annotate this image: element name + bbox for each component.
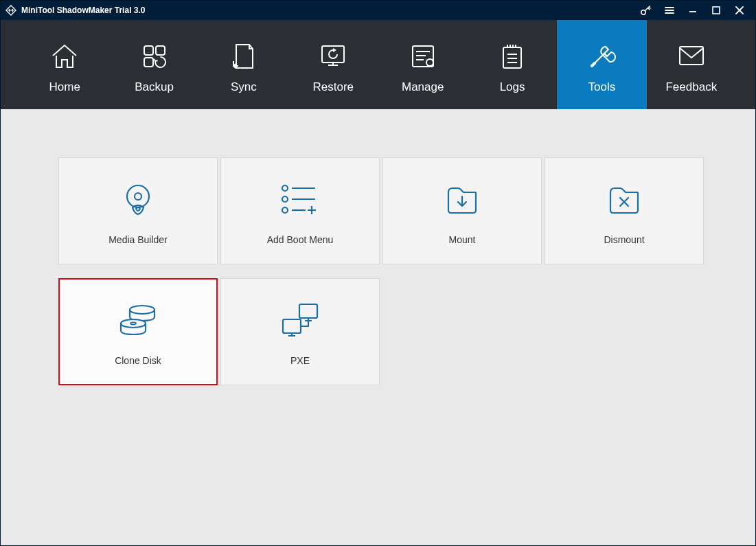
svg-rect-1 bbox=[713, 7, 720, 14]
pxe-icon bbox=[279, 297, 321, 343]
svg-point-12 bbox=[282, 185, 288, 191]
svg-point-15 bbox=[130, 306, 154, 314]
tile-label: Dismount bbox=[604, 234, 644, 245]
title-bar: MiniTool ShadowMaker Trial 3.0 bbox=[1, 1, 755, 20]
manage-icon bbox=[409, 41, 437, 72]
tile-label: PXE bbox=[290, 355, 310, 366]
tile-media-builder[interactable]: Media Builder bbox=[58, 157, 218, 264]
tile-pxe[interactable]: PXE bbox=[220, 278, 380, 385]
svg-rect-9 bbox=[680, 47, 703, 65]
backup-icon bbox=[140, 41, 169, 72]
svg-rect-4 bbox=[144, 58, 153, 67]
add-boot-menu-icon bbox=[278, 177, 322, 222]
svg-rect-2 bbox=[144, 46, 153, 55]
logs-icon bbox=[500, 41, 525, 72]
home-icon bbox=[50, 41, 79, 72]
svg-rect-18 bbox=[299, 304, 317, 318]
nav-label: Feedback bbox=[665, 80, 717, 94]
minimize-button[interactable] bbox=[681, 1, 705, 20]
nav-label: Backup bbox=[135, 80, 174, 94]
nav-backup[interactable]: Backup bbox=[109, 20, 198, 109]
tools-grid: Media Builder bbox=[58, 157, 704, 385]
svg-point-16 bbox=[121, 319, 146, 328]
svg-point-11 bbox=[135, 193, 141, 200]
nav-label: Tools bbox=[588, 80, 616, 94]
key-icon[interactable] bbox=[634, 1, 658, 20]
tile-mount[interactable]: Mount bbox=[382, 157, 542, 264]
clone-disk-icon bbox=[117, 297, 159, 343]
nav-home[interactable]: Home bbox=[20, 20, 109, 109]
app-logo-icon bbox=[5, 4, 17, 16]
tools-icon bbox=[586, 41, 617, 72]
svg-rect-3 bbox=[156, 46, 165, 55]
svg-rect-19 bbox=[283, 319, 301, 333]
tile-add-boot-menu[interactable]: Add Boot Menu bbox=[220, 157, 380, 264]
svg-point-13 bbox=[282, 196, 288, 202]
media-builder-icon bbox=[119, 177, 157, 222]
tile-label: Add Boot Menu bbox=[267, 234, 334, 245]
content-area: Media Builder bbox=[1, 109, 755, 545]
nav-feedback[interactable]: Feedback bbox=[647, 20, 736, 109]
nav-sync[interactable]: Sync bbox=[199, 20, 288, 109]
sync-icon bbox=[231, 41, 256, 72]
close-button[interactable] bbox=[728, 1, 751, 20]
nav-label: Logs bbox=[500, 80, 525, 94]
tile-label: Clone Disk bbox=[115, 355, 161, 366]
nav-label: Restore bbox=[313, 80, 354, 94]
nav-label: Manage bbox=[402, 80, 444, 94]
svg-point-10 bbox=[127, 185, 149, 207]
nav-label: Sync bbox=[231, 80, 257, 94]
app-window: MiniTool ShadowMaker Trial 3.0 bbox=[0, 0, 756, 546]
nav-manage[interactable]: Manage bbox=[378, 20, 468, 109]
mount-icon bbox=[444, 177, 480, 222]
feedback-icon bbox=[677, 41, 706, 72]
nav-label: Home bbox=[49, 80, 80, 94]
main-nav: Home Backup bbox=[1, 20, 755, 109]
app-title: MiniTool ShadowMaker Trial 3.0 bbox=[21, 5, 145, 15]
maximize-button[interactable] bbox=[705, 1, 728, 20]
tile-label: Media Builder bbox=[108, 234, 168, 245]
tile-clone-disk[interactable]: Clone Disk bbox=[58, 278, 218, 385]
nav-tools[interactable]: Tools bbox=[557, 20, 646, 109]
dismount-icon bbox=[606, 177, 642, 222]
tile-dismount[interactable]: Dismount bbox=[545, 157, 704, 264]
nav-logs[interactable]: Logs bbox=[468, 20, 557, 109]
tile-label: Mount bbox=[449, 234, 476, 245]
menu-icon[interactable] bbox=[658, 1, 681, 20]
restore-icon bbox=[319, 41, 347, 72]
svg-point-14 bbox=[282, 207, 288, 213]
nav-restore[interactable]: Restore bbox=[288, 20, 378, 109]
